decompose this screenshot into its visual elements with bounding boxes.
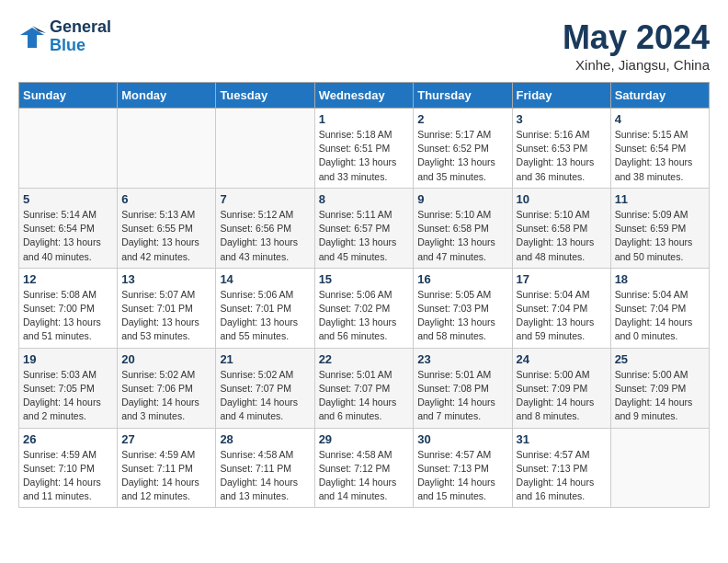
cell-date-number: 24: [517, 352, 607, 366]
logo-icon: [18, 24, 46, 50]
cell-date-number: 19: [23, 352, 113, 366]
cell-daylight-info: Sunrise: 4:58 AM Sunset: 7:12 PM Dayligh…: [319, 448, 410, 504]
calendar-cell: 29Sunrise: 4:58 AM Sunset: 7:12 PM Dayli…: [314, 428, 414, 508]
calendar-cell: 4Sunrise: 5:15 AM Sunset: 6:54 PM Daylig…: [610, 109, 709, 189]
weekday-header: Wednesday: [314, 83, 414, 109]
cell-daylight-info: Sunrise: 5:05 AM Sunset: 7:03 PM Dayligh…: [417, 288, 507, 344]
cell-date-number: 8: [319, 192, 410, 206]
page-header: General Blue May 2024 Xinhe, Jiangsu, Ch…: [18, 18, 710, 73]
calendar-week-row: 5Sunrise: 5:14 AM Sunset: 6:54 PM Daylig…: [19, 188, 710, 268]
calendar-table: SundayMondayTuesdayWednesdayThursdayFrid…: [18, 82, 710, 508]
cell-date-number: 5: [23, 192, 113, 206]
cell-date-number: 31: [517, 432, 607, 446]
calendar-cell: [118, 109, 216, 189]
cell-daylight-info: Sunrise: 5:04 AM Sunset: 7:04 PM Dayligh…: [615, 288, 705, 344]
calendar-cell: 8Sunrise: 5:11 AM Sunset: 6:57 PM Daylig…: [314, 188, 414, 268]
cell-daylight-info: Sunrise: 5:06 AM Sunset: 7:01 PM Dayligh…: [220, 288, 310, 344]
cell-daylight-info: Sunrise: 5:00 AM Sunset: 7:09 PM Dayligh…: [615, 368, 705, 424]
calendar-cell: 13Sunrise: 5:07 AM Sunset: 7:01 PM Dayli…: [118, 268, 216, 348]
calendar-cell: 21Sunrise: 5:02 AM Sunset: 7:07 PM Dayli…: [216, 348, 314, 428]
cell-daylight-info: Sunrise: 5:04 AM Sunset: 7:04 PM Dayligh…: [517, 288, 607, 344]
month-year: May 2024: [563, 18, 710, 57]
weekday-header-row: SundayMondayTuesdayWednesdayThursdayFrid…: [19, 83, 710, 109]
cell-date-number: 12: [23, 272, 113, 286]
cell-date-number: 7: [220, 192, 310, 206]
cell-daylight-info: Sunrise: 5:01 AM Sunset: 7:08 PM Dayligh…: [417, 368, 507, 424]
cell-date-number: 18: [615, 272, 705, 286]
cell-daylight-info: Sunrise: 5:18 AM Sunset: 6:51 PM Dayligh…: [319, 128, 410, 184]
cell-date-number: 21: [220, 352, 310, 366]
cell-daylight-info: Sunrise: 5:13 AM Sunset: 6:55 PM Dayligh…: [121, 208, 211, 264]
cell-date-number: 26: [23, 432, 113, 446]
weekday-header: Sunday: [19, 83, 118, 109]
title-block: May 2024 Xinhe, Jiangsu, China: [563, 18, 710, 73]
cell-daylight-info: Sunrise: 5:03 AM Sunset: 7:05 PM Dayligh…: [23, 368, 113, 424]
calendar-cell: 7Sunrise: 5:12 AM Sunset: 6:56 PM Daylig…: [216, 188, 314, 268]
cell-daylight-info: Sunrise: 5:16 AM Sunset: 6:53 PM Dayligh…: [517, 128, 607, 184]
calendar-week-row: 26Sunrise: 4:59 AM Sunset: 7:10 PM Dayli…: [19, 428, 710, 508]
cell-daylight-info: Sunrise: 5:11 AM Sunset: 6:57 PM Dayligh…: [319, 208, 410, 264]
weekday-header: Friday: [512, 83, 610, 109]
calendar-cell: 31Sunrise: 4:57 AM Sunset: 7:13 PM Dayli…: [512, 428, 610, 508]
cell-daylight-info: Sunrise: 5:17 AM Sunset: 6:52 PM Dayligh…: [417, 128, 507, 184]
calendar-cell: 28Sunrise: 4:58 AM Sunset: 7:11 PM Dayli…: [216, 428, 314, 508]
cell-date-number: 2: [417, 112, 507, 126]
calendar-cell: 30Sunrise: 4:57 AM Sunset: 7:13 PM Dayli…: [414, 428, 512, 508]
cell-date-number: 4: [615, 112, 705, 126]
calendar-week-row: 12Sunrise: 5:08 AM Sunset: 7:00 PM Dayli…: [19, 268, 710, 348]
calendar-cell: 19Sunrise: 5:03 AM Sunset: 7:05 PM Dayli…: [19, 348, 118, 428]
calendar-cell: 22Sunrise: 5:01 AM Sunset: 7:07 PM Dayli…: [314, 348, 414, 428]
cell-daylight-info: Sunrise: 5:02 AM Sunset: 7:07 PM Dayligh…: [220, 368, 310, 424]
cell-date-number: 1: [319, 112, 410, 126]
calendar-cell: 2Sunrise: 5:17 AM Sunset: 6:52 PM Daylig…: [414, 109, 512, 189]
cell-date-number: 3: [517, 112, 607, 126]
calendar-cell: 18Sunrise: 5:04 AM Sunset: 7:04 PM Dayli…: [610, 268, 709, 348]
cell-date-number: 9: [417, 192, 507, 206]
cell-date-number: 15: [319, 272, 410, 286]
cell-date-number: 10: [517, 192, 607, 206]
calendar-cell: 17Sunrise: 5:04 AM Sunset: 7:04 PM Dayli…: [512, 268, 610, 348]
calendar-cell: 10Sunrise: 5:10 AM Sunset: 6:58 PM Dayli…: [512, 188, 610, 268]
cell-daylight-info: Sunrise: 5:07 AM Sunset: 7:01 PM Dayligh…: [121, 288, 211, 344]
cell-date-number: 17: [517, 272, 607, 286]
logo-text: General Blue: [50, 18, 111, 55]
cell-daylight-info: Sunrise: 5:01 AM Sunset: 7:07 PM Dayligh…: [319, 368, 410, 424]
cell-daylight-info: Sunrise: 5:15 AM Sunset: 6:54 PM Dayligh…: [615, 128, 705, 184]
cell-daylight-info: Sunrise: 4:59 AM Sunset: 7:11 PM Dayligh…: [121, 448, 211, 504]
cell-date-number: 6: [121, 192, 211, 206]
calendar-cell: 6Sunrise: 5:13 AM Sunset: 6:55 PM Daylig…: [118, 188, 216, 268]
weekday-header: Thursday: [414, 83, 512, 109]
cell-date-number: 13: [121, 272, 211, 286]
cell-daylight-info: Sunrise: 4:59 AM Sunset: 7:10 PM Dayligh…: [23, 448, 113, 504]
calendar-cell: 1Sunrise: 5:18 AM Sunset: 6:51 PM Daylig…: [314, 109, 414, 189]
cell-date-number: 25: [615, 352, 705, 366]
calendar-cell: 5Sunrise: 5:14 AM Sunset: 6:54 PM Daylig…: [19, 188, 118, 268]
calendar-cell: 26Sunrise: 4:59 AM Sunset: 7:10 PM Dayli…: [19, 428, 118, 508]
calendar-cell: 23Sunrise: 5:01 AM Sunset: 7:08 PM Dayli…: [414, 348, 512, 428]
cell-date-number: 16: [417, 272, 507, 286]
cell-daylight-info: Sunrise: 5:08 AM Sunset: 7:00 PM Dayligh…: [23, 288, 113, 344]
cell-daylight-info: Sunrise: 5:12 AM Sunset: 6:56 PM Dayligh…: [220, 208, 310, 264]
cell-date-number: 29: [319, 432, 410, 446]
calendar-cell: 3Sunrise: 5:16 AM Sunset: 6:53 PM Daylig…: [512, 109, 610, 189]
cell-date-number: 28: [220, 432, 310, 446]
calendar-cell: [19, 109, 118, 189]
calendar-cell: 14Sunrise: 5:06 AM Sunset: 7:01 PM Dayli…: [216, 268, 314, 348]
calendar-week-row: 19Sunrise: 5:03 AM Sunset: 7:05 PM Dayli…: [19, 348, 710, 428]
cell-date-number: 27: [121, 432, 211, 446]
cell-date-number: 23: [417, 352, 507, 366]
cell-daylight-info: Sunrise: 5:06 AM Sunset: 7:02 PM Dayligh…: [319, 288, 410, 344]
cell-date-number: 11: [615, 192, 705, 206]
calendar-cell: 20Sunrise: 5:02 AM Sunset: 7:06 PM Dayli…: [118, 348, 216, 428]
cell-date-number: 22: [319, 352, 410, 366]
cell-daylight-info: Sunrise: 4:58 AM Sunset: 7:11 PM Dayligh…: [220, 448, 310, 504]
cell-date-number: 20: [121, 352, 211, 366]
cell-daylight-info: Sunrise: 5:10 AM Sunset: 6:58 PM Dayligh…: [517, 208, 607, 264]
weekday-header: Saturday: [610, 83, 709, 109]
calendar-cell: 16Sunrise: 5:05 AM Sunset: 7:03 PM Dayli…: [414, 268, 512, 348]
calendar-cell: 25Sunrise: 5:00 AM Sunset: 7:09 PM Dayli…: [610, 348, 709, 428]
logo: General Blue: [18, 18, 111, 55]
calendar-cell: 9Sunrise: 5:10 AM Sunset: 6:58 PM Daylig…: [414, 188, 512, 268]
calendar-cell: 15Sunrise: 5:06 AM Sunset: 7:02 PM Dayli…: [314, 268, 414, 348]
location: Xinhe, Jiangsu, China: [563, 57, 710, 73]
